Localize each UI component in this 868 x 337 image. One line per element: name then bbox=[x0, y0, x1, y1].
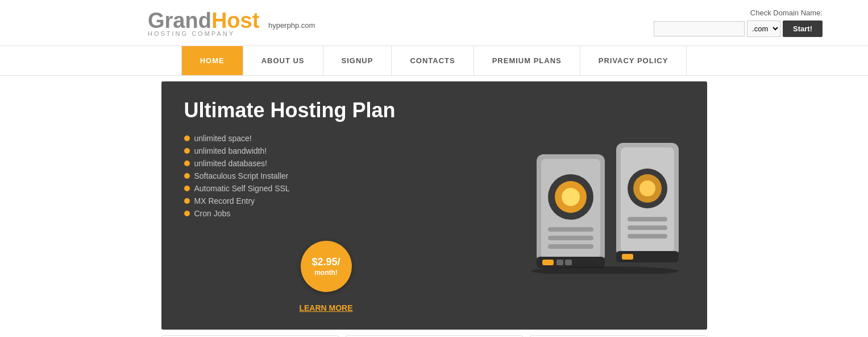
logo-host: Host bbox=[211, 9, 259, 32]
server-illustration bbox=[502, 137, 696, 274]
bullet-icon bbox=[184, 148, 190, 154]
feature-5: Automatic Self Signed SSL bbox=[184, 184, 468, 193]
bullet-icon bbox=[184, 198, 190, 204]
feature-7: Cron Jobs bbox=[184, 209, 468, 218]
svg-rect-15 bbox=[548, 227, 593, 232]
nav-item-privacy[interactable]: PRIVACY POLICY bbox=[580, 46, 687, 75]
logo-text: GrandHost bbox=[148, 9, 265, 32]
bullet-icon bbox=[184, 173, 190, 179]
price-badge: $2.95/ month! bbox=[301, 241, 352, 292]
svg-rect-20 bbox=[556, 260, 563, 265]
svg-rect-7 bbox=[628, 234, 667, 239]
nav-item-about[interactable]: ABOUT US bbox=[243, 46, 323, 75]
svg-rect-16 bbox=[548, 236, 593, 240]
svg-rect-21 bbox=[565, 260, 572, 265]
domain-check-area: Check Domain Name: .com .net .org Start! bbox=[654, 9, 823, 37]
nav-item-contacts[interactable]: CONTACTS bbox=[392, 46, 474, 75]
main-nav: HOME ABOUT US SIGNUP CONTACTS PREMIUM PL… bbox=[0, 46, 868, 76]
svg-point-4 bbox=[639, 180, 655, 196]
bullet-icon bbox=[184, 161, 190, 166]
nav-item-home[interactable]: HOME bbox=[181, 46, 243, 75]
nav-item-premium[interactable]: PREMIUM PLANS bbox=[474, 46, 580, 75]
bullet-icon bbox=[184, 135, 190, 141]
logo-subtitle: HOSTING COMPANY bbox=[148, 30, 315, 37]
nav-item-signup[interactable]: SIGNUP bbox=[323, 46, 392, 75]
hero-content: Ultimate Hosting Plan unlimited space! u… bbox=[161, 81, 491, 330]
svg-rect-9 bbox=[622, 254, 633, 260]
bullet-icon bbox=[184, 211, 190, 216]
hero-cta: $2.95/ month! LEARN MORE bbox=[184, 229, 468, 313]
content-area: Ultimate Hosting Plan unlimited space! u… bbox=[161, 81, 707, 337]
feature-1: unlimited space! bbox=[184, 134, 468, 143]
logo-area: GrandHost hyperphp.com HOSTING COMPANY bbox=[148, 9, 315, 37]
logo-grand: Grand bbox=[148, 9, 211, 32]
svg-rect-19 bbox=[542, 260, 554, 265]
domain-check-row: .com .net .org Start! bbox=[654, 20, 823, 37]
feature-2: unlimited bandwidth! bbox=[184, 146, 468, 155]
hero-title: Ultimate Hosting Plan bbox=[184, 98, 468, 122]
logo-domain: hyperphp.com bbox=[268, 21, 315, 30]
hero-image bbox=[491, 131, 707, 280]
svg-rect-6 bbox=[628, 225, 667, 230]
svg-rect-5 bbox=[628, 217, 667, 221]
svg-rect-17 bbox=[548, 244, 593, 249]
start-button[interactable]: Start! bbox=[783, 20, 823, 37]
learn-more-link[interactable]: LEARN MORE bbox=[299, 303, 352, 313]
domain-check-label: Check Domain Name: bbox=[750, 9, 823, 17]
feature-3: unlimited databases! bbox=[184, 159, 468, 168]
hero-features: unlimited space! unlimited bandwidth! un… bbox=[184, 134, 468, 218]
header: GrandHost hyperphp.com HOSTING COMPANY C… bbox=[0, 0, 868, 46]
hero-banner: Ultimate Hosting Plan unlimited space! u… bbox=[161, 81, 707, 330]
svg-point-14 bbox=[562, 188, 580, 206]
domain-input[interactable] bbox=[654, 21, 745, 36]
domain-tld-select[interactable]: .com .net .org bbox=[747, 20, 780, 37]
nav-inner: HOME ABOUT US SIGNUP CONTACTS PREMIUM PL… bbox=[161, 46, 707, 75]
price-value: $2.95/ bbox=[312, 256, 340, 269]
bullet-icon bbox=[184, 186, 190, 191]
price-period: month! bbox=[314, 269, 338, 277]
feature-4: Softaculous Script Installer bbox=[184, 171, 468, 180]
feature-6: MX Record Entry bbox=[184, 196, 468, 206]
